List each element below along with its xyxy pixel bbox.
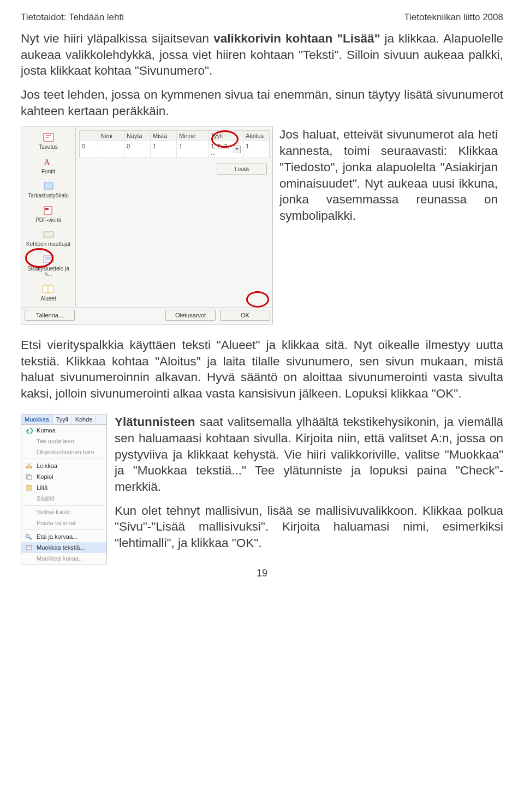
menu-item-label: Kopioi [37,473,53,480]
edit-image-icon [25,555,33,562]
sidebar-item-label: Sisällysluettelo ja h... [23,266,73,278]
menu-item-label: Objektikohtainen toim [37,449,94,455]
menu-item-etsi[interactable]: Etsi ja korvaa... [21,531,106,542]
sidebar-item-label: Fontit [41,169,55,175]
cell-style[interactable]: 1, 2, 3, ... [209,141,243,158]
menu-item-leikkaa[interactable]: Leikkaa [21,460,106,471]
cell[interactable]: 0 [124,141,151,158]
sidebar-item-label: Tavutus [39,145,57,151]
svg-line-16 [27,463,31,467]
undo-icon [25,426,33,434]
separator [23,505,104,506]
page-number: 19 [21,568,503,579]
menu-item-sisalto: Sisältö [21,493,106,504]
after-p1: Etsi vierityspalkkia käyttäen teksti "Al… [21,337,503,402]
intro-text: Nyt vie hiiri yläpalkissa sijaitsevan va… [21,31,503,119]
svg-rect-7 [44,232,53,237]
menu-item-kopioi[interactable]: Kopioi [21,471,106,482]
sidebar-item-fontit[interactable]: A Fontit [23,154,73,178]
svg-rect-6 [45,208,49,210]
col-h[interactable]: Tyyli [209,131,243,141]
menu-item-valitse-kaikki: Valitse kaikki [21,507,106,518]
separator [23,459,104,459]
save-button[interactable]: Tallenna... [25,310,75,321]
svg-rect-19 [28,476,32,479]
sidebar-item-pdf[interactable]: PDF-vienti [23,202,73,227]
side-p1: Jos haluat, etteivät sivunumerot ala het… [279,127,498,224]
menu-item-label: Poista valinnat [37,520,76,526]
sidebar-item-alueet[interactable]: Alueet [23,281,73,305]
deselect-icon [25,519,33,527]
svg-rect-11 [43,286,48,292]
col-h [80,131,98,141]
menu-item-kumoa[interactable]: Kumoa [21,425,106,436]
add-button[interactable]: Lisää [217,164,267,175]
menu-item-muokkaa-tekstia[interactable]: Muokkaa tekstiä... [21,542,106,553]
menu-item-label: Tee uudelleen [37,438,74,444]
screenshot-properties-dialog: Tavutus A Fontit Tarkastustyökalu PDF-vi… [21,127,273,324]
fonts-icon: A [41,156,56,168]
defaults-button[interactable]: Oletusarvot [165,310,216,321]
pdf-icon [41,204,56,216]
right-column: Ylätunnisteen saat valitsemalla ylhäältä… [115,414,503,559]
tab-tyyli[interactable]: Tyyli [53,414,72,424]
menu-item-muokkaa-kuvaa: Muokkaa kuvaa... [21,553,106,564]
screenshot-edit-menu: Muokkaa Tyyli Kohde Kumoa Tee uudelleen … [21,414,107,564]
tab-muokkaa[interactable]: Muokkaa [21,414,53,424]
menu-item-tee-uudelleen: Tee uudelleen [21,436,106,447]
select-all-icon [25,508,33,516]
action-icon [25,448,33,456]
svg-rect-23 [26,545,32,550]
sidebar-item-sisallys[interactable]: Sisällysluettelo ja h... [23,251,73,281]
svg-text:A: A [44,158,50,166]
cell[interactable]: 1 [151,141,177,158]
separator [23,530,104,530]
sidebar-item-tarkastus[interactable]: Tarkastustyökalu [23,178,73,202]
sidebar: Tavutus A Fontit Tarkastustyökalu PDF-vi… [21,127,76,307]
edit-text-icon [25,544,33,551]
menu-item-liita[interactable]: Liitä [21,482,106,493]
svg-rect-12 [48,286,53,292]
sidebar-item-label: Alueet [40,296,56,302]
sidebar-item-label: Tarkastustyökalu [28,193,68,199]
vars-icon [41,228,56,240]
svg-point-21 [26,534,29,538]
sidebar-item-kohteen[interactable]: Kohteen muuttujat [23,226,73,251]
intro-p1b: valikkorivin kohtaan "Lisää" [213,32,380,45]
col-h[interactable]: Nimi [98,131,124,141]
col-h-aloitus[interactable]: Aloitus [243,131,270,141]
cut-icon [25,462,33,470]
sidebar-item-tavutus[interactable]: Tavutus [23,129,73,154]
paste-icon [25,484,33,491]
col-h[interactable]: Minne [177,131,209,141]
sidebar-item-label: Kohteen muuttujat [26,242,70,248]
cell[interactable] [98,141,124,158]
cell-aloitus[interactable]: 1 [243,141,270,158]
chevron-down-icon[interactable] [234,146,241,153]
svg-marker-13 [27,429,29,432]
menu-item-poista-valinnat: Poista valinnat [21,518,106,528]
col2-p1a: Ylätunnisteen [115,415,195,429]
menu-item-label: Leikkaa [37,462,57,469]
sidebar-item-label: PDF-vienti [35,218,61,224]
col-h[interactable]: Mistä [151,131,177,141]
menu-item-label: Liitä [37,484,47,491]
svg-rect-20 [27,485,31,490]
menu-item-label: Valitse kaikki [37,509,71,515]
svg-rect-4 [44,183,53,189]
menu-item-label: Etsi ja korvaa... [37,533,78,540]
ok-button[interactable]: OK [220,310,270,321]
tab-kohde[interactable]: Kohde [72,414,97,424]
sections-icon [41,283,56,295]
cell[interactable]: 1 [177,141,209,158]
copy-icon [25,473,33,480]
cell: 0 [80,141,98,158]
menu-item-label: Sisältö [37,495,55,502]
menu-item-objekti: Objektikohtainen toim [21,447,106,458]
side-paragraph: Jos haluat, etteivät sivunumerot ala het… [279,127,498,231]
redo-icon [25,437,33,445]
col-h[interactable]: Näytä [124,131,151,141]
col2-p2: Kun olet tehnyt mallisivun, lisää se mal… [115,503,503,551]
table-row[interactable]: 0 0 1 1 1, 2, 3, ... 1 [80,141,270,158]
svg-line-22 [29,538,32,539]
